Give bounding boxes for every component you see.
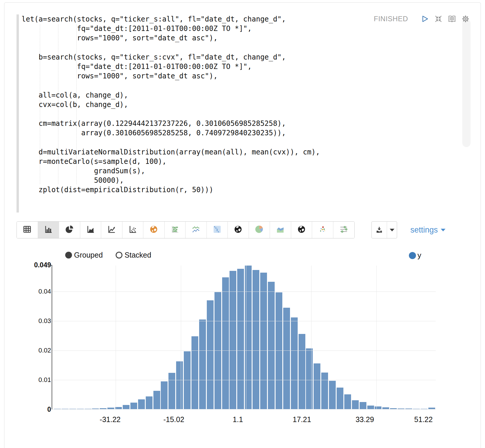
legend-item-y[interactable]: y <box>409 251 421 260</box>
y-tick-label: 0.049 <box>22 261 51 269</box>
histogram-bar-35[interactable] <box>321 373 328 409</box>
code-line[interactable]: rows="1000", sort="date_dt asc"), <box>22 33 320 43</box>
histogram-bar-34[interactable] <box>314 363 320 409</box>
histogram-bar-37[interactable] <box>337 388 343 409</box>
download-button[interactable] <box>372 222 387 238</box>
code-line[interactable] <box>22 138 320 147</box>
area-chart-icon <box>86 225 95 235</box>
code-line[interactable]: 50000), <box>22 176 320 185</box>
paragraph-controls: FINISHED <box>374 14 470 23</box>
code-line[interactable] <box>22 43 320 52</box>
editor-gutter <box>17 14 19 213</box>
viz-button-color-area-chart[interactable] <box>270 222 291 238</box>
compress-icon[interactable] <box>434 14 443 23</box>
code-line[interactable]: array(0.30106056985285258, 0.74097298402… <box>22 128 320 138</box>
code-line[interactable]: zplot(dist=empiricalDistribution(r, 50))… <box>22 185 320 195</box>
viz-button-range-sliders[interactable] <box>333 222 355 238</box>
book-icon[interactable] <box>448 14 456 23</box>
x-tick-label: 51.22 <box>414 415 433 424</box>
v-gridline <box>246 266 246 409</box>
line-chart-icon <box>107 225 116 235</box>
histogram-bar-39[interactable] <box>352 400 359 409</box>
viz-button-multi-line-chart[interactable] <box>186 222 207 238</box>
bar-mode-stacked[interactable]: Stacked <box>116 251 151 259</box>
histogram-bar-17[interactable] <box>184 351 191 409</box>
scatter-plot-icon <box>128 225 137 235</box>
histogram-bar-10[interactable] <box>130 403 137 409</box>
viz-button-table[interactable] <box>17 222 38 238</box>
editor-scrollbar[interactable] <box>462 19 471 147</box>
y-axis-line <box>52 265 52 409</box>
viz-button-world-map-2[interactable] <box>291 222 312 238</box>
code-line[interactable]: cm=matrix(array(0.12294442137237226, 0.3… <box>22 119 320 128</box>
code-line[interactable]: rows="1000", sort="date_dt asc"), <box>22 71 320 81</box>
histogram-bar-28[interactable] <box>268 282 275 409</box>
histogram-bar-14[interactable] <box>161 381 168 409</box>
viz-button-color-scatter[interactable] <box>312 222 333 238</box>
play-icon[interactable] <box>420 14 429 23</box>
settings-link[interactable]: settings <box>410 221 445 238</box>
viz-button-world-map[interactable] <box>228 222 249 238</box>
viz-button-globe-viz[interactable] <box>143 222 165 238</box>
viz-button-color-pie-chart[interactable] <box>249 222 270 238</box>
download-split-button <box>371 221 397 238</box>
bar-mode-options: GroupedStacked <box>65 251 151 259</box>
histogram-bar-32[interactable] <box>299 334 305 409</box>
gear-icon[interactable] <box>461 14 470 23</box>
viz-button-line-chart[interactable] <box>101 222 122 238</box>
legend-dot-icon <box>409 252 416 259</box>
histogram-bar-33[interactable] <box>306 348 313 409</box>
viz-button-scatter-plot[interactable] <box>122 222 144 238</box>
histogram-bar-26[interactable] <box>253 270 259 409</box>
table-icon <box>23 225 32 235</box>
histogram-bar-36[interactable] <box>329 381 336 409</box>
viz-button-pie-chart[interactable] <box>59 222 80 238</box>
histogram-bar-19[interactable] <box>199 319 206 409</box>
area-color-icon <box>276 225 285 235</box>
histogram-bar-11[interactable] <box>138 399 145 409</box>
histogram-bar-29[interactable] <box>276 292 282 409</box>
v-gridline <box>181 266 181 409</box>
code-line[interactable]: let(a=search(stocks, q="ticker_s:all", f… <box>22 14 320 24</box>
x-baseline <box>52 409 436 409</box>
code-line[interactable]: fq="date_dt:[2011-01-01T00:00:00Z TO *]"… <box>22 62 320 71</box>
viz-button-heatmap[interactable] <box>207 222 228 238</box>
code-editor[interactable]: let(a=search(stocks, q="ticker_s:all", f… <box>22 14 320 195</box>
viz-button-bar-chart[interactable] <box>38 222 59 238</box>
code-line[interactable]: r=monteCarlo(s=sample(d, 100), <box>22 157 320 166</box>
histogram-bar-30[interactable] <box>283 308 290 409</box>
histogram-bar-16[interactable] <box>176 361 183 409</box>
histogram-bar-38[interactable] <box>344 394 351 409</box>
x-tick-label: -15.02 <box>163 415 184 424</box>
heatmap-icon <box>213 225 222 235</box>
histogram-bar-31[interactable] <box>291 317 298 409</box>
histogram-bar-13[interactable] <box>153 391 160 409</box>
histogram-bar-15[interactable] <box>168 373 175 409</box>
histogram-bar-12[interactable] <box>146 396 153 409</box>
viz-button-area-chart[interactable] <box>80 222 101 238</box>
code-line[interactable]: fq="date_dt:[2011-01-01T00:00:00Z TO *]"… <box>22 24 320 33</box>
radio-selected-icon <box>65 252 72 258</box>
y-tick-label: 0.02 <box>22 347 51 354</box>
histogram-bar-22[interactable] <box>222 277 229 409</box>
code-line[interactable] <box>22 81 320 90</box>
histogram-bar-9[interactable] <box>123 405 130 409</box>
chart-type-toolbar <box>17 221 355 238</box>
download-options-button[interactable] <box>387 222 397 238</box>
code-line[interactable]: d=multiVariateNormalDistribution(array(m… <box>22 147 320 157</box>
code-line[interactable] <box>22 109 320 119</box>
histogram-bar-40[interactable] <box>360 402 366 409</box>
histogram-bar-21[interactable] <box>214 292 221 409</box>
code-line[interactable]: cvx=col(b, change_d), <box>22 100 320 109</box>
code-line[interactable]: all=col(a, change_d), <box>22 90 320 100</box>
histogram-bar-20[interactable] <box>207 300 214 409</box>
histogram-bar-18[interactable] <box>191 336 198 409</box>
bar-mode-grouped[interactable]: Grouped <box>65 251 103 259</box>
code-line[interactable]: grandSum(s), <box>22 166 320 176</box>
bars-container <box>54 265 435 409</box>
histogram-bar-27[interactable] <box>260 273 267 409</box>
v-gridline <box>376 266 377 409</box>
viz-button-bubble-chart[interactable] <box>165 222 186 238</box>
code-line[interactable]: b=search(stocks, q="ticker_s:cvx", fl="d… <box>22 52 320 62</box>
histogram-bar-24[interactable] <box>237 269 244 409</box>
